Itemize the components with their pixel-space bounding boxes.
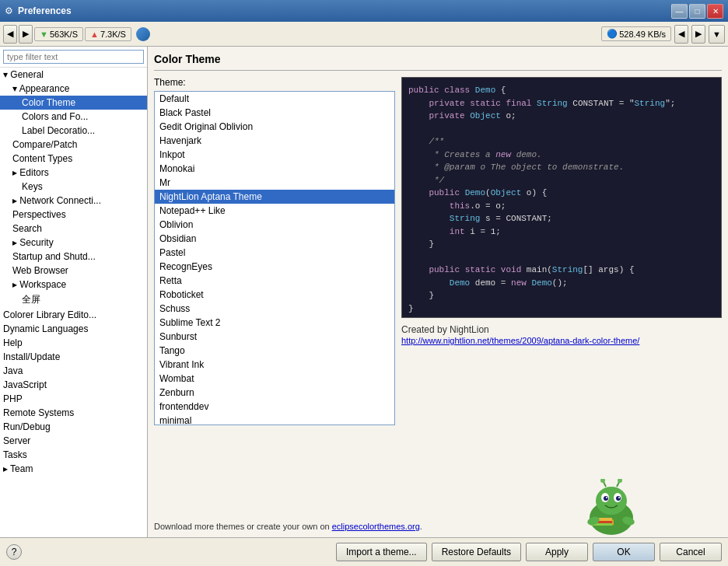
tree-item-editors[interactable]: ▸ Editors (0, 166, 147, 180)
creator-url-link[interactable]: http://www.nightlion.net/themes/2009/apt… (401, 336, 639, 345)
theme-item-frontenddev[interactable]: frontenddev (155, 400, 394, 414)
tree-container: ▾ General▾ Appearance Color Theme Colors… (0, 68, 147, 476)
theme-item-zenburn[interactable]: Zenburn (155, 386, 394, 400)
theme-item-roboticket[interactable]: Roboticket (155, 288, 394, 302)
tree-item-perspectives[interactable]: Perspectives (0, 208, 147, 222)
tree-item-server[interactable]: Server (0, 434, 147, 448)
tree-item-web-browser[interactable]: Web Browser (0, 264, 147, 278)
tree-item-remote-systems[interactable]: Remote Systems (0, 406, 147, 420)
tree-item-php[interactable]: PHP (0, 392, 147, 406)
right-panel: Color Theme Theme: DefaultBlack PastelGe… (148, 47, 728, 537)
theme-item-inkpot[interactable]: Inkpot (155, 148, 394, 162)
minimize-button[interactable]: — (671, 4, 688, 19)
back-speed: 563K/S (50, 30, 78, 39)
tree-item-network[interactable]: ▸ Network Connecti... (0, 194, 147, 208)
ok-button[interactable]: OK (593, 543, 655, 561)
import-button[interactable]: Import a theme... (336, 543, 427, 561)
theme-item-obsidian[interactable]: Obsidian (155, 232, 394, 246)
tree-item-run-debug[interactable]: Run/Debug (0, 420, 147, 434)
tree-item-install-update[interactable]: Install/Update (0, 350, 147, 364)
toolbar-right: 🔵 528.49 KB/s ◀ ▶ ▼ (601, 25, 725, 44)
theme-item-oblivion[interactable]: Oblivion (155, 218, 394, 232)
close-button[interactable]: ✕ (707, 4, 723, 19)
theme-item-recogneyes[interactable]: RecognEyes (155, 260, 394, 274)
tree-item-javascript[interactable]: JavaScript (0, 378, 147, 392)
up-arrow-icon: ▲ (90, 30, 99, 39)
theme-item-notepad-like[interactable]: Notepad++ Like (155, 204, 394, 218)
tree-item-help[interactable]: Help (0, 336, 147, 350)
back-button[interactable]: ◀ (3, 25, 17, 44)
toolbar-arrow-left[interactable]: ◀ (674, 25, 688, 44)
theme-item-black-pastel[interactable]: Black Pastel (155, 106, 394, 120)
tree-item-java[interactable]: Java (0, 364, 147, 378)
fwd-speed-badge: ▲ 7.3K/S (85, 27, 131, 41)
theme-section: Theme: DefaultBlack PastelGedit Original… (154, 77, 722, 517)
theme-item-vibrant-ink[interactable]: Vibrant Ink (155, 358, 394, 372)
preview-wrap: public class Demo { private static final… (401, 77, 722, 517)
theme-item-sublime-text2[interactable]: Sublime Text 2 (155, 316, 394, 330)
right-speed: 528.49 KB/s (619, 30, 666, 39)
shield-icon: 🔵 (607, 29, 618, 39)
tree-item-color-theme[interactable]: Color Theme (0, 96, 147, 110)
creator-text: Created by NightLion (401, 324, 489, 335)
theme-item-mr[interactable]: Mr (155, 176, 394, 190)
tree-item-fullscreen[interactable]: 全屏 (0, 292, 147, 308)
globe-icon (136, 27, 150, 41)
tree-item-workspace[interactable]: ▸ Workspace (0, 278, 147, 292)
toolbar-left: ◀ ▶ ▼ 563K/S ▲ 7.3K/S (3, 25, 598, 44)
toolbar-dropdown[interactable]: ▼ (709, 25, 725, 44)
tree-item-tasks[interactable]: Tasks (0, 448, 147, 462)
creator-url-wrap: http://www.nightlion.net/themes/2009/apt… (401, 335, 722, 346)
right-speed-badge: 🔵 528.49 KB/s (601, 26, 671, 41)
download-text: Download more themes or create your own … (154, 522, 332, 531)
tree-item-startup[interactable]: Startup and Shutd... (0, 250, 147, 264)
creator-info: Created by NightLion (401, 324, 722, 335)
tree-item-appearance[interactable]: ▾ Appearance (0, 82, 147, 96)
tree-item-general[interactable]: ▾ General (0, 68, 147, 82)
theme-item-monokai[interactable]: Monokai (155, 162, 394, 176)
theme-item-minimal[interactable]: minimal (155, 414, 394, 425)
forward-button[interactable]: ▶ (19, 25, 33, 44)
cancel-button[interactable]: Cancel (660, 543, 722, 561)
filter-input[interactable] (3, 50, 144, 64)
tree-item-colors-fonts[interactable]: Colors and Fo... (0, 110, 147, 124)
title-bar: ⚙ Preferences — □ ✕ (0, 0, 728, 22)
tree-item-content-types[interactable]: Content Types (0, 152, 147, 166)
theme-item-wombat[interactable]: Wombat (155, 372, 394, 386)
apply-button[interactable]: Apply (526, 543, 588, 561)
restore-button[interactable]: Restore Defaults (432, 543, 521, 561)
theme-item-tango[interactable]: Tango (155, 344, 394, 358)
download-suffix: . (420, 522, 422, 531)
bottom-left: ? (6, 544, 22, 560)
tree-item-keys[interactable]: Keys (0, 180, 147, 194)
theme-item-nightlion[interactable]: NightLion Aptana Theme (155, 190, 394, 204)
theme-item-gedit-oblivion[interactable]: Gedit Original Oblivion (155, 120, 394, 134)
download-link[interactable]: eclipsecolorthemes.org (332, 522, 420, 531)
down-arrow-icon: ▼ (40, 30, 48, 39)
bottom-right: Import a theme... Restore Defaults Apply… (336, 543, 722, 561)
bottom-bar: ? Import a theme... Restore Defaults App… (0, 537, 728, 566)
tree-item-compare-patch[interactable]: Compare/Patch (0, 138, 147, 152)
toolbar-arrow-right[interactable]: ▶ (691, 25, 705, 44)
tree-item-security[interactable]: ▸ Security (0, 236, 147, 250)
help-icon[interactable]: ? (6, 544, 22, 560)
back-speed-badge: ▼ 563K/S (34, 27, 83, 41)
theme-item-schuss[interactable]: Schuss (155, 302, 394, 316)
tree-item-team[interactable]: ▸ Team (0, 462, 147, 476)
fwd-speed: 7.3K/S (100, 30, 126, 39)
theme-item-sunburst[interactable]: Sunburst (155, 330, 394, 344)
tree-item-label-decorations[interactable]: Label Decoratio... (0, 124, 147, 138)
theme-item-pastel[interactable]: Pastel (155, 246, 394, 260)
download-note: Download more themes or create your own … (154, 522, 722, 531)
title-bar-buttons: — □ ✕ (671, 4, 723, 19)
tree-item-colorer[interactable]: Colorer Library Edito... (0, 308, 147, 322)
theme-item-default[interactable]: Default (155, 92, 394, 106)
maximize-button[interactable]: □ (689, 4, 705, 19)
tree-item-dynamic-langs[interactable]: Dynamic Languages (0, 322, 147, 336)
tree-item-search[interactable]: Search (0, 222, 147, 236)
window-title: Preferences (18, 5, 671, 16)
theme-list[interactable]: DefaultBlack PastelGedit Original Oblivi… (154, 91, 395, 425)
panel-title: Color Theme (154, 53, 722, 71)
theme-item-havenjark[interactable]: Havenjark (155, 134, 394, 148)
theme-item-retta[interactable]: Retta (155, 274, 394, 288)
